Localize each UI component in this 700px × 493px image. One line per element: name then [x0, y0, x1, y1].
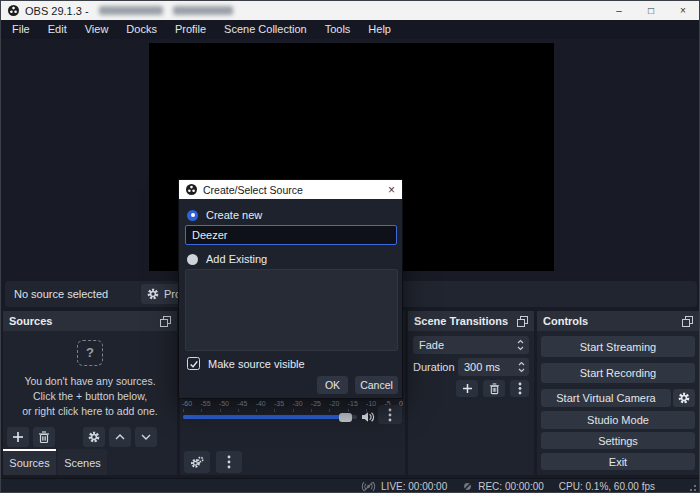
sources-empty-state[interactable]: ? You don't have any sources. Click the … — [3, 331, 177, 427]
radio-selected-icon[interactable] — [187, 210, 198, 221]
speaker-icon[interactable] — [361, 409, 375, 427]
db-tick-label: -40 — [256, 400, 266, 407]
kebab-icon — [518, 382, 522, 395]
sources-empty-line3: or right click here to add one. — [22, 404, 157, 419]
transition-properties-button[interactable] — [510, 380, 529, 397]
start-virtual-camera-button[interactable]: Start Virtual Camera — [541, 389, 671, 407]
popout-icon[interactable] — [682, 316, 693, 327]
dialog-close-button[interactable]: × — [388, 183, 395, 197]
start-streaming-button[interactable]: Start Streaming — [541, 336, 695, 357]
popout-icon[interactable] — [160, 316, 171, 327]
menu-help[interactable]: Help — [359, 20, 400, 39]
kebab-icon — [388, 408, 392, 422]
mixer-options-button[interactable] — [378, 405, 402, 424]
ok-button[interactable]: OK — [317, 376, 348, 394]
checkbox-checked-icon[interactable] — [187, 357, 200, 370]
menu-docks[interactable]: Docks — [117, 20, 166, 39]
move-source-down-button[interactable] — [135, 427, 157, 447]
stream-signal-icon — [361, 481, 376, 492]
cancel-button[interactable]: Cancel — [355, 376, 398, 394]
gear-icon — [88, 431, 100, 443]
volume-slider-handle[interactable] — [339, 413, 352, 422]
source-name-input[interactable] — [185, 225, 397, 245]
redacted-profile-name — [99, 6, 163, 15]
popout-icon[interactable] — [517, 316, 528, 327]
radio-unselected-icon[interactable] — [187, 254, 198, 265]
obs-window: OBS 29.1.3 - – □ × File Edit View Docks … — [0, 0, 700, 493]
sources-dock-header[interactable]: Sources — [3, 311, 177, 331]
transitions-dock-header[interactable]: Scene Transitions — [408, 311, 534, 331]
db-tick-label: -25 — [311, 400, 321, 407]
duration-spinbox[interactable]: 300 ms — [458, 358, 529, 376]
menu-edit[interactable]: Edit — [39, 20, 76, 39]
mixer-toolbar — [184, 451, 242, 473]
transition-select[interactable]: Fade — [413, 336, 529, 354]
status-bar: LIVE: 00:00:00 REC: 00:00:00 CPU: 0.1%, … — [1, 478, 699, 493]
trash-icon — [38, 431, 50, 444]
dock-tabs: Sources Scenes — [3, 449, 177, 475]
sources-empty-line1: You don't have any sources. — [24, 374, 155, 389]
create-new-label: Create new — [206, 209, 262, 221]
gears-icon — [190, 456, 204, 469]
menu-profile[interactable]: Profile — [166, 20, 215, 39]
duration-value: 300 ms — [464, 361, 500, 373]
create-new-option[interactable]: Create new — [187, 209, 262, 221]
studio-mode-button[interactable]: Studio Mode — [541, 411, 695, 429]
dialog-title: Create/Select Source — [203, 184, 388, 196]
menu-file[interactable]: File — [3, 20, 39, 39]
close-button[interactable]: × — [667, 1, 699, 20]
window-title: OBS 29.1.3 - — [25, 5, 89, 17]
duration-label: Duration — [413, 358, 455, 376]
redacted-scene-name — [173, 6, 233, 15]
make-source-visible-label: Make source visible — [208, 358, 305, 370]
make-source-visible-option[interactable]: Make source visible — [187, 357, 305, 370]
advanced-audio-button[interactable] — [184, 451, 210, 473]
remove-transition-button[interactable] — [483, 380, 505, 397]
db-tick-label: -50 — [219, 400, 229, 407]
move-source-up-button[interactable] — [109, 427, 131, 447]
menu-bar: File Edit View Docks Profile Scene Colle… — [1, 20, 699, 39]
menu-view[interactable]: View — [76, 20, 118, 39]
resize-grip[interactable] — [689, 484, 697, 492]
settings-button[interactable]: Settings — [541, 432, 695, 449]
add-source-button[interactable] — [7, 427, 29, 447]
scene-transitions-dock: Scene Transitions Fade Duration 300 ms — [408, 311, 534, 475]
context-status-text: No source selected — [14, 288, 108, 300]
rec-time: REC: 00:00:00 — [478, 481, 544, 492]
minimize-button[interactable]: – — [603, 1, 635, 20]
mixer-menu-button[interactable] — [216, 451, 242, 473]
exit-button[interactable]: Exit — [541, 453, 695, 470]
volume-slider[interactable] — [183, 415, 357, 419]
db-tick-label: -15 — [348, 400, 358, 407]
controls-dock-title: Controls — [543, 315, 588, 327]
obs-logo-icon — [8, 5, 19, 16]
trash-icon — [489, 383, 500, 395]
add-transition-button[interactable] — [456, 380, 478, 397]
source-properties-button[interactable] — [83, 427, 105, 447]
rec-status: REC: 00:00:00 — [462, 481, 544, 492]
window-controls: – □ × — [603, 1, 699, 20]
maximize-button[interactable]: □ — [635, 1, 667, 20]
kebab-icon — [227, 455, 231, 469]
controls-dock-header[interactable]: Controls — [537, 311, 699, 331]
spinner-chevrons-icon — [518, 361, 525, 373]
transitions-dock-title: Scene Transitions — [414, 315, 508, 327]
db-tick-label: -60 — [182, 400, 192, 407]
controls-dock: Controls Start Streaming Start Recording… — [537, 311, 699, 475]
virtual-camera-config-button[interactable] — [673, 389, 695, 407]
db-tick-label: -45 — [237, 400, 247, 407]
tab-scenes[interactable]: Scenes — [58, 449, 107, 475]
gear-icon — [678, 392, 690, 404]
existing-sources-list[interactable] — [185, 269, 398, 351]
start-recording-button[interactable]: Start Recording — [541, 363, 695, 383]
remove-source-button[interactable] — [33, 427, 55, 447]
db-tick-label: -55 — [200, 400, 210, 407]
db-tick-label: -20 — [329, 400, 339, 407]
question-mark-icon: ? — [77, 340, 103, 366]
cpu-fps-stats: CPU: 0.1%, 60.00 fps — [559, 481, 655, 492]
tab-sources[interactable]: Sources — [3, 449, 56, 475]
add-existing-option[interactable]: Add Existing — [187, 253, 267, 265]
menu-scene-collection[interactable]: Scene Collection — [215, 20, 316, 39]
live-status: LIVE: 00:00:00 — [361, 481, 447, 492]
menu-tools[interactable]: Tools — [316, 20, 360, 39]
